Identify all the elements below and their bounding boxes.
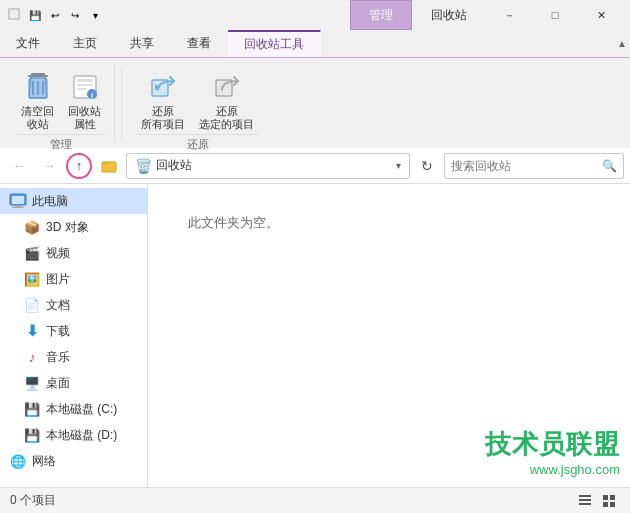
title-bar: 💾 ↩ ↪ ▾ 管理 回收站 － □ ✕ [0,0,630,30]
svg-rect-20 [12,207,24,208]
address-dropdown-icon[interactable]: ▾ [396,160,401,171]
maximize-button[interactable]: □ [532,0,578,30]
sidebar-item-video[interactable]: 🎬 视频 [0,240,147,266]
sidebar-document-label: 文档 [46,297,70,314]
ribbon-restore-selected-btn[interactable]: 还原选定的项目 [194,68,259,134]
ribbon-group-manage-label: 管理 [16,134,106,154]
forward-button[interactable]: → [36,153,62,179]
sidebar-desktop-label: 桌面 [46,375,70,392]
sidebar-item-driveD[interactable]: 💾 本地磁盘 (D:) [0,422,147,448]
sidebar-video-label: 视频 [46,245,70,262]
tab-recycle[interactable]: 回收站 [412,0,486,30]
restore-all-label: 还原所有项目 [141,105,185,131]
app-icon [6,7,22,23]
refresh-button[interactable]: ↻ [414,153,440,179]
watermark-title: 技术员联盟 [485,427,620,462]
desktop-icon: 🖥️ [22,373,42,393]
search-bar[interactable]: 🔍 [444,153,624,179]
qa-undo-btn[interactable]: ↩ [46,6,64,24]
location-icon-btn[interactable] [96,153,122,179]
driveC-icon: 💾 [22,399,42,419]
ribbon-group-restore-items: 还原所有项目 还原选定的项目 [136,64,259,134]
properties-icon: i [69,71,101,103]
svg-rect-25 [610,495,615,500]
svg-rect-1 [10,10,18,18]
ribbon-group-restore-label: 还原 [136,134,259,154]
empty-recycle-icon [22,71,54,103]
ribbon-group-restore: 还原所有项目 还原选定的项目 还原 [128,64,267,142]
ribbon-empty-recycle-btn[interactable]: 清空回收站 [16,68,59,134]
sidebar-item-document[interactable]: 📄 文档 [0,292,147,318]
search-icon: 🔍 [602,159,617,173]
restore-selected-icon [211,71,243,103]
watermark-url: www.jsgho.com [530,462,620,477]
main-area: 此电脑 📦 3D 对象 🎬 视频 🖼️ 图片 📄 文档 ⬇ 下载 ♪ 音乐 🖥️ [0,184,630,487]
search-input[interactable] [451,159,602,173]
close-button[interactable]: ✕ [578,0,624,30]
address-text: 回收站 [156,157,392,174]
sidebar-item-3d[interactable]: 📦 3D 对象 [0,214,147,240]
qa-save-btn[interactable]: 💾 [26,6,44,24]
svg-rect-27 [610,502,615,507]
sidebar-picture-label: 图片 [46,271,70,288]
title-tabs: 管理 回收站 [350,0,486,30]
svg-rect-18 [12,196,24,204]
sidebar-item-picture[interactable]: 🖼️ 图片 [0,266,147,292]
back-button[interactable]: ← [6,153,32,179]
address-bar[interactable]: 🗑️ 回收站 ▾ [126,153,410,179]
ribbon-content: 清空回收站 i 回收站属性 管理 [0,58,630,148]
qa-dropdown-btn[interactable]: ▾ [86,6,104,24]
svg-rect-24 [603,495,608,500]
empty-recycle-label: 清空回收站 [21,105,54,131]
ribbon-restore-all-btn[interactable]: 还原所有项目 [136,68,190,134]
network-icon: 🌐 [8,451,28,471]
svg-rect-3 [31,73,45,75]
svg-rect-26 [603,502,608,507]
ribbon-collapse-btn[interactable]: ▲ [614,36,630,52]
ribbon-tabs: 文件 主页 共享 查看 回收站工具 ▲ [0,30,630,58]
quick-access-toolbar: 💾 ↩ ↪ ▾ [26,6,104,24]
ribbon-tab-tools[interactable]: 回收站工具 [228,30,321,57]
restore-selected-label: 还原选定的项目 [199,105,254,131]
sidebar-music-label: 音乐 [46,349,70,366]
ribbon-tab-file[interactable]: 文件 [0,30,57,57]
ribbon-tab-view[interactable]: 查看 [171,30,228,57]
sidebar-item-download[interactable]: ⬇ 下载 [0,318,147,344]
computer-icon [8,191,28,211]
sidebar-item-driveC[interactable]: 💾 本地磁盘 (C:) [0,396,147,422]
driveD-icon: 💾 [22,425,42,445]
sidebar-item-computer[interactable]: 此电脑 [0,188,147,214]
item-count: 0 个项目 [10,492,56,509]
ribbon-tab-share[interactable]: 共享 [114,30,171,57]
svg-rect-21 [579,495,591,497]
sidebar-item-music[interactable]: ♪ 音乐 [0,344,147,370]
svg-rect-11 [77,88,87,90]
tab-manage[interactable]: 管理 [350,0,412,30]
restore-all-icon [147,71,179,103]
large-icon-view-btn[interactable] [598,490,620,512]
document-icon: 📄 [22,295,42,315]
up-button[interactable]: ↑ [66,153,92,179]
sidebar-network-label: 网络 [32,453,56,470]
sidebar-download-label: 下载 [46,323,70,340]
svg-rect-23 [579,503,591,505]
sidebar-item-desktop[interactable]: 🖥️ 桌面 [0,370,147,396]
ribbon-group-manage: 清空回收站 i 回收站属性 管理 [8,64,115,142]
content-area: 此文件夹为空。 技术员联盟 www.jsgho.com [148,184,630,487]
minimize-button[interactable]: － [486,0,532,30]
music-icon: ♪ [22,347,42,367]
qa-redo-btn[interactable]: ↪ [66,6,84,24]
picture-icon: 🖼️ [22,269,42,289]
ribbon-tab-home[interactable]: 主页 [57,30,114,57]
view-controls [574,490,620,512]
title-bar-left: 💾 ↩ ↪ ▾ [6,6,350,24]
ribbon-separator-1 [121,69,122,139]
svg-rect-22 [579,499,591,501]
window-controls: － □ ✕ [486,0,624,30]
sidebar-item-network[interactable]: 🌐 网络 [0,448,147,474]
sidebar-driveC-label: 本地磁盘 (C:) [46,401,117,418]
details-view-btn[interactable] [574,490,596,512]
3d-icon: 📦 [22,217,42,237]
ribbon-properties-btn[interactable]: i 回收站属性 [63,68,106,134]
download-icon: ⬇ [22,321,42,341]
